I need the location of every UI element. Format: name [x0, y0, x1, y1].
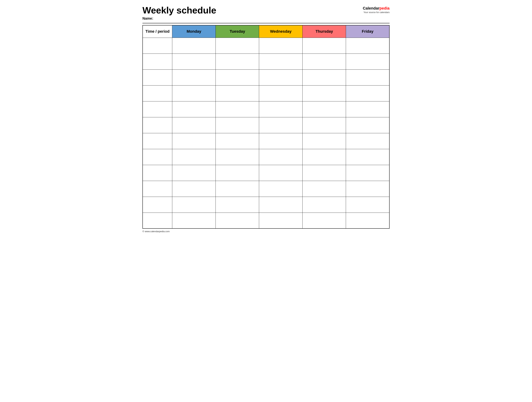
col-header-tuesday: Tuesday — [216, 25, 259, 38]
cell-row7-col2[interactable] — [216, 133, 259, 149]
cell-row1-col1[interactable] — [172, 38, 216, 53]
cell-row6-col3[interactable] — [259, 117, 303, 133]
cell-row10-col2[interactable] — [216, 181, 259, 197]
cell-row5-col4[interactable] — [303, 101, 346, 117]
table-row — [143, 69, 389, 85]
cell-row8-col3[interactable] — [259, 149, 303, 165]
cell-row1-col5[interactable] — [346, 38, 389, 53]
cell-row5-col3[interactable] — [259, 101, 303, 117]
cell-row12-col4[interactable] — [303, 213, 346, 228]
col-header-monday: Monday — [172, 25, 216, 38]
page-title: Weekly schedule — [142, 5, 216, 15]
cell-row3-col5[interactable] — [346, 69, 389, 85]
schedule-table: Time / period Monday Tuesday Wednesday T… — [142, 25, 390, 229]
cell-row3-col0[interactable] — [143, 69, 172, 85]
cell-row2-col0[interactable] — [143, 53, 172, 69]
table-row — [143, 165, 389, 181]
cell-row1-col2[interactable] — [216, 38, 259, 53]
cell-row7-col5[interactable] — [346, 133, 389, 149]
col-header-thursday: Thursday — [303, 25, 346, 38]
cell-row9-col0[interactable] — [143, 165, 172, 181]
cell-row4-col0[interactable] — [143, 85, 172, 101]
cell-row12-col5[interactable] — [346, 213, 389, 228]
logo-text: Calendarpedia — [363, 6, 390, 11]
col-header-friday: Friday — [346, 25, 389, 38]
logo-tagline: Your source for calendars — [363, 11, 390, 14]
cell-row10-col1[interactable] — [172, 181, 216, 197]
cell-row11-col0[interactable] — [143, 197, 172, 213]
table-row — [143, 181, 389, 197]
cell-row2-col5[interactable] — [346, 53, 389, 69]
cell-row6-col4[interactable] — [303, 117, 346, 133]
cell-row5-col2[interactable] — [216, 101, 259, 117]
cell-row7-col3[interactable] — [259, 133, 303, 149]
cell-row4-col5[interactable] — [346, 85, 389, 101]
cell-row5-col0[interactable] — [143, 101, 172, 117]
cell-row8-col2[interactable] — [216, 149, 259, 165]
cell-row12-col1[interactable] — [172, 213, 216, 228]
cell-row11-col1[interactable] — [172, 197, 216, 213]
table-row — [143, 149, 389, 165]
cell-row4-col4[interactable] — [303, 85, 346, 101]
cell-row6-col5[interactable] — [346, 117, 389, 133]
cell-row9-col2[interactable] — [216, 165, 259, 181]
cell-row3-col2[interactable] — [216, 69, 259, 85]
cell-row2-col1[interactable] — [172, 53, 216, 69]
cell-row6-col2[interactable] — [216, 117, 259, 133]
table-row — [143, 53, 389, 69]
cell-row10-col0[interactable] — [143, 181, 172, 197]
cell-row6-col1[interactable] — [172, 117, 216, 133]
cell-row8-col1[interactable] — [172, 149, 216, 165]
table-row — [143, 133, 389, 149]
table-row — [143, 117, 389, 133]
cell-row2-col4[interactable] — [303, 53, 346, 69]
cell-row5-col5[interactable] — [346, 101, 389, 117]
cell-row7-col1[interactable] — [172, 133, 216, 149]
table-row — [143, 101, 389, 117]
table-header-row: Time / period Monday Tuesday Wednesday T… — [143, 25, 389, 38]
cell-row3-col1[interactable] — [172, 69, 216, 85]
col-header-wednesday: Wednesday — [259, 25, 303, 38]
cell-row3-col3[interactable] — [259, 69, 303, 85]
cell-row9-col5[interactable] — [346, 165, 389, 181]
cell-row1-col0[interactable] — [143, 38, 172, 53]
cell-row11-col3[interactable] — [259, 197, 303, 213]
cell-row10-col3[interactable] — [259, 181, 303, 197]
cell-row9-col4[interactable] — [303, 165, 346, 181]
cell-row10-col4[interactable] — [303, 181, 346, 197]
table-row — [143, 38, 389, 53]
cell-row4-col3[interactable] — [259, 85, 303, 101]
table-row — [143, 197, 389, 213]
cell-row9-col3[interactable] — [259, 165, 303, 181]
cell-row11-col4[interactable] — [303, 197, 346, 213]
cell-row4-col2[interactable] — [216, 85, 259, 101]
cell-row11-col2[interactable] — [216, 197, 259, 213]
table-row — [143, 213, 389, 228]
cell-row8-col4[interactable] — [303, 149, 346, 165]
cell-row11-col5[interactable] — [346, 197, 389, 213]
cell-row7-col0[interactable] — [143, 133, 172, 149]
logo-area: Calendarpedia Your source for calendars — [363, 6, 390, 14]
cell-row12-col2[interactable] — [216, 213, 259, 228]
cell-row10-col5[interactable] — [346, 181, 389, 197]
cell-row2-col3[interactable] — [259, 53, 303, 69]
table-row — [143, 85, 389, 101]
cell-row1-col4[interactable] — [303, 38, 346, 53]
title-area: Weekly schedule Name: — [142, 5, 216, 20]
name-label: Name: — [142, 16, 216, 20]
cell-row5-col1[interactable] — [172, 101, 216, 117]
header-divider — [142, 23, 390, 23]
cell-row6-col0[interactable] — [143, 117, 172, 133]
col-header-time: Time / period — [143, 25, 172, 38]
cell-row9-col1[interactable] — [172, 165, 216, 181]
cell-row8-col5[interactable] — [346, 149, 389, 165]
cell-row4-col1[interactable] — [172, 85, 216, 101]
cell-row3-col4[interactable] — [303, 69, 346, 85]
cell-row7-col4[interactable] — [303, 133, 346, 149]
cell-row12-col3[interactable] — [259, 213, 303, 228]
cell-row8-col0[interactable] — [143, 149, 172, 165]
cell-row1-col3[interactable] — [259, 38, 303, 53]
cell-row2-col2[interactable] — [216, 53, 259, 69]
cell-row12-col0[interactable] — [143, 213, 172, 228]
page-wrapper: Weekly schedule Name: Calendarpedia Your… — [142, 5, 390, 233]
